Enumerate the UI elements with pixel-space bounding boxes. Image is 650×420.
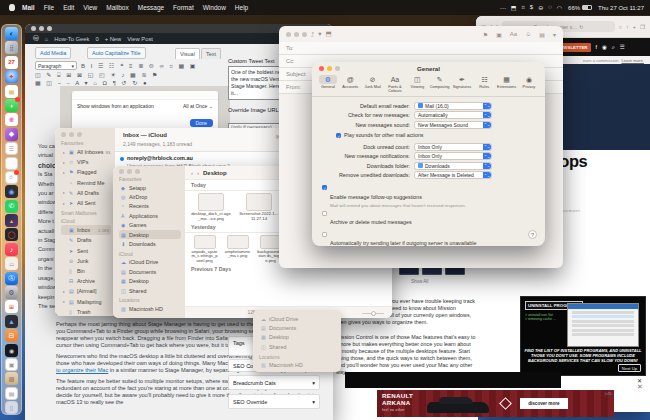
drawer-app-icon[interactable]: ▤ (5, 387, 18, 400)
disclosure-icon[interactable]: ▸ (63, 190, 67, 195)
pixelmator-icon[interactable]: ◆ (5, 128, 18, 141)
discover-more-button[interactable]: discover more (520, 398, 567, 409)
help-button[interactable]: ? (528, 230, 537, 239)
compose-toolbar-icon[interactable]: ⬒ (326, 30, 332, 38)
compose-toolbar-icon[interactable]: ▾ (553, 31, 556, 38)
compose-toolbar-icon[interactable]: ▤ (539, 31, 545, 38)
video-ad[interactable]: UNINSTALL PROGRAMS > uninstall.exe /list… (520, 296, 646, 376)
menu-item[interactable]: Window (203, 4, 226, 11)
sidebar-item[interactable]: ▤ Documents (259, 323, 335, 332)
sidebar-item[interactable]: A Applications (119, 211, 181, 220)
wp-comments-count[interactable]: 0 (95, 36, 98, 42)
dropdown-select[interactable]: Inbox Only ⌃⌄ (414, 152, 492, 160)
browser-toolbar-icon[interactable]: ○ (619, 24, 622, 30)
status-icon[interactable]: ⌗ (521, 4, 524, 11)
file-item[interactable]: airpods_system_s ettings_panel.png (191, 235, 218, 264)
menu-item[interactable]: Format (173, 4, 194, 11)
social-icon[interactable]: f (596, 44, 598, 51)
microsoft-icon[interactable]: ⊞ (5, 300, 18, 313)
sidebar-item[interactable]: ⬇ Downloads (119, 239, 181, 248)
sidebar-item[interactable]: ▥ Macintosh HD (119, 304, 181, 313)
music-icon[interactable]: ♪ (5, 243, 18, 256)
mailbox-item[interactable]: ▸ ✎ All Drafts (61, 188, 111, 198)
checkbox[interactable] (336, 133, 341, 138)
disclosure-icon[interactable]: ▸ (63, 201, 67, 206)
social-icon[interactable]: ☰ (620, 44, 625, 51)
sidebar-item[interactable]: ▥Macintosh HD (259, 361, 335, 370)
dropdown-select[interactable]: Inbox Only ⌃⌄ (414, 143, 492, 151)
social-icon[interactable]: ◉ (602, 44, 607, 51)
whatsapp-icon[interactable]: ✆ (5, 200, 18, 213)
compose-toolbar-icon[interactable]: ⚑ (483, 31, 488, 38)
mailbox-item[interactable]: ▸ ⚑ Flagged (61, 167, 111, 177)
wp-new-button[interactable]: + New (105, 36, 122, 42)
disclosure-icon[interactable]: ▸ (63, 299, 67, 304)
settings-tab[interactable]: ☷ Rules (473, 75, 495, 93)
status-icon[interactable]: ⋯ (500, 4, 506, 11)
show-all-link[interactable]: Show All (411, 279, 428, 284)
photos-icon[interactable]: ❀ (5, 113, 18, 126)
browser-toolbar-icon[interactable]: ↑ (626, 24, 629, 30)
mailbox-item[interactable]: ▸ ▣ All Inboxes 93,107 (61, 147, 111, 157)
done-button[interactable]: Done (190, 119, 213, 127)
window-controls[interactable] (286, 32, 307, 37)
mailbox-item[interactable]: ◔ Remind Me (61, 178, 111, 188)
sidebar-item[interactable]: ☁ iCloud Drive (119, 258, 181, 267)
opera-icon[interactable]: ◯ (5, 228, 18, 241)
dropdown-select[interactable]: After Message is Deleted ⌃⌄ (414, 171, 492, 179)
chrome-icon[interactable]: ◉ (5, 185, 18, 198)
mailbox-item[interactable]: ▯ Trash (61, 307, 111, 316)
sidebar-item[interactable]: ◆ Setapp (119, 183, 181, 192)
browser-toolbar-icon[interactable]: ❐ (640, 24, 645, 30)
menu-item[interactable]: View (83, 4, 97, 11)
close-icon[interactable]: ✕ (637, 383, 643, 391)
apple-menu-icon[interactable] (9, 4, 15, 11)
window-controls[interactable] (61, 132, 111, 137)
mailbox-item[interactable]: ✎ Drafts (61, 235, 111, 245)
disclosure-icon[interactable]: ▸ (63, 289, 67, 294)
next-up-button[interactable]: Next Up (618, 364, 641, 372)
mailbox-item[interactable]: ▯ Bin (61, 266, 111, 276)
compose-toolbar-icon[interactable]: ☺ (525, 31, 531, 38)
menu-item[interactable]: Mail (22, 4, 35, 11)
window-controls[interactable] (31, 26, 52, 31)
stuffit-icon[interactable]: ▨ (5, 372, 18, 385)
breadcrumb-metabox[interactable]: Breadcrumb Cats▾ (228, 375, 320, 390)
mailbox-item[interactable]: ▸ ☆ VIPs (61, 157, 111, 167)
archive-app-icon[interactable]: ▣ (5, 358, 18, 371)
status-icon[interactable]: ⬒ (511, 4, 517, 11)
settings-tab[interactable]: Aa Fonts & Colours (384, 75, 406, 93)
orange-app-icon[interactable]: ⊟ (5, 329, 18, 342)
disclosure-icon[interactable]: ▸ (63, 160, 67, 165)
settings-tab[interactable]: ▦ Extensions (496, 75, 518, 93)
browser-toolbar-icon[interactable]: + (633, 24, 636, 30)
battery-indicator[interactable]: 66% (568, 5, 592, 11)
art-app-icon[interactable]: ▲ (5, 214, 18, 227)
menu-item[interactable]: File (44, 4, 54, 11)
menu-item[interactable]: Edit (63, 4, 74, 11)
menu-item[interactable]: Help (235, 4, 248, 11)
camera-app-icon[interactable]: ◉ (5, 344, 18, 357)
compose-field[interactable]: To: (279, 42, 563, 55)
settings-row-value[interactable]: All at Once ⌄ (183, 103, 213, 109)
calendar-icon[interactable]: 27 (5, 56, 18, 69)
auto-capitalize-button[interactable]: Auto Capitalize Title (87, 47, 146, 59)
mailbox-item[interactable]: ▣ Inbox 1,183 (61, 225, 111, 235)
sidebar-item[interactable]: ◎ AirDrop (119, 192, 181, 201)
reminders-icon[interactable]: ☰ (5, 142, 18, 155)
smart-mailboxes-label[interactable]: Smart Mailboxes (61, 211, 111, 216)
reload-icon[interactable]: ↻ (579, 24, 583, 30)
menu-item[interactable]: Message (138, 4, 164, 11)
sidebar-item[interactable]: ☁ iCloud Drive (259, 314, 335, 323)
learn-more-link[interactable]: Learn more. (621, 58, 644, 63)
messages-icon[interactable]: ◗ (5, 99, 18, 112)
dropdown-select[interactable]: New Messages Sound ⌃⌄ (414, 121, 492, 129)
dropdown-select[interactable]: Downloads ⌃⌄ (414, 162, 492, 170)
dropdown-select[interactable]: Mail (16.0) ⌃⌄ (414, 102, 492, 110)
status-icon[interactable]: ◠ (557, 4, 562, 11)
checkbox[interactable] (322, 185, 327, 190)
sidebar-item[interactable]: ◉ Games (119, 221, 181, 230)
sidebar-item[interactable]: ▦ Desktop (119, 230, 181, 239)
settings-tab[interactable]: ⊘ Junk Mail (362, 75, 384, 93)
media-app-icon[interactable]: ♬ (5, 171, 18, 184)
